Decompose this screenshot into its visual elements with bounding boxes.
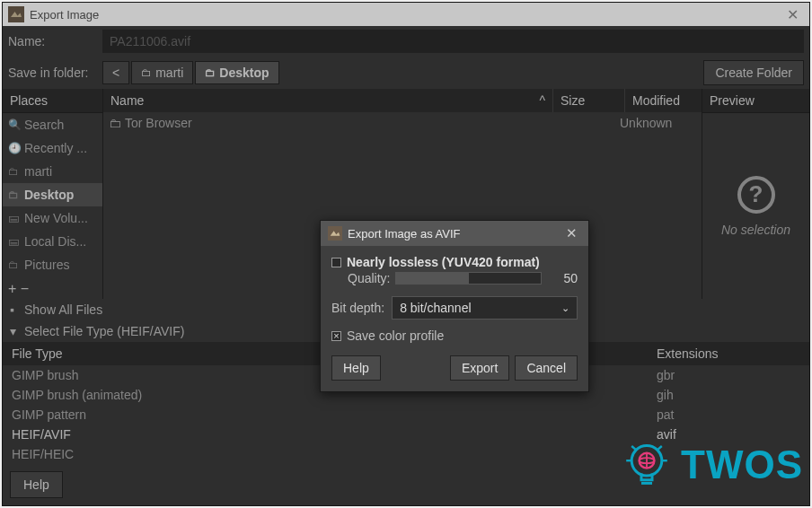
svg-line-9 [631, 446, 636, 450]
collapse-icon: ▾ [10, 324, 19, 338]
places-tools: + − [3, 279, 102, 299]
places-item-recent[interactable]: 🕘Recently ... [3, 136, 102, 160]
file-row[interactable]: 🗀Tor Browser Unknown [103, 112, 702, 134]
column-header-modified[interactable]: Modified [625, 89, 702, 112]
folder-icon: 🗀 [205, 66, 216, 79]
modal-title: Export Image as AVIF [348, 227, 460, 241]
drive-icon: 🖴 [8, 212, 21, 224]
close-icon[interactable]: ✕ [781, 6, 804, 23]
preview-message: No selection [721, 223, 790, 237]
bit-depth-dropdown[interactable]: 8 bit/channel ⌄ [392, 296, 578, 320]
path-segment-desktop[interactable]: 🗀 Desktop [195, 61, 278, 84]
chevron-down-icon: ⌄ [561, 302, 569, 314]
places-add-button[interactable]: + [8, 281, 16, 296]
places-item-newvolume[interactable]: 🖴New Volu... [3, 206, 102, 230]
file-type-row-selected[interactable]: HEIF/AVIF [3, 425, 648, 444]
places-item-marti[interactable]: 🗀marti [3, 160, 102, 183]
app-icon [8, 6, 24, 22]
folder-icon: 🗀 [8, 188, 21, 201]
search-icon: 🔍 [8, 118, 21, 131]
preview-panel: Preview ? No selection [702, 89, 809, 299]
extension-cell: pat [648, 405, 809, 425]
save-color-profile-checkbox[interactable]: Save color profile [331, 328, 578, 343]
expand-icon: ▪ [10, 302, 19, 317]
places-panel: Places 🔍Search 🕘Recently ... 🗀marti 🗀Des… [3, 89, 103, 299]
extensions-header[interactable]: Extensions [648, 342, 727, 365]
file-type-row[interactable]: GIMP pattern [3, 405, 648, 425]
file-type-header[interactable]: File Type [3, 342, 72, 365]
path-segment-marti[interactable]: 🗀 marti [131, 61, 193, 84]
path-bar: < 🗀 marti 🗀 Desktop [102, 61, 279, 84]
name-row: Name: [3, 26, 809, 57]
sort-indicator-icon: ^ [539, 93, 545, 108]
clock-icon: 🕘 [8, 142, 21, 154]
files-header: Name^ Size Modified [103, 89, 702, 112]
cancel-button[interactable]: Cancel [515, 355, 578, 381]
watermark-logo: TWOS [620, 438, 803, 492]
name-label: Name: [8, 34, 102, 48]
folder-row: Save in folder: < 🗀 marti 🗀 Desktop Crea… [3, 57, 809, 89]
file-type-row[interactable]: HEIF/HEIC [3, 444, 648, 464]
modal-body: Nearly lossless (YUV420 format) Quality:… [321, 246, 588, 391]
preview-body: ? No selection [702, 113, 809, 299]
save-in-folder-label: Save in folder: [8, 66, 102, 80]
preview-header: Preview [702, 89, 809, 113]
watermark-text: TWOS [681, 442, 803, 487]
window-title: Export Image [30, 8, 99, 22]
places-remove-button[interactable]: − [21, 281, 29, 296]
filename-input[interactable] [102, 30, 804, 53]
checkbox-checked-icon [331, 331, 341, 341]
places-header: Places [3, 89, 102, 113]
places-item-pictures[interactable]: 🗀Pictures [3, 253, 102, 276]
quality-slider[interactable] [395, 272, 542, 285]
close-icon[interactable]: ✕ [562, 225, 581, 241]
quality-value: 50 [547, 271, 578, 285]
quality-label: Quality: [348, 271, 390, 285]
path-back-button[interactable]: < [102, 61, 129, 84]
help-button[interactable]: Help [10, 471, 63, 498]
places-item-localdisk[interactable]: 🖴Local Dis... [3, 230, 102, 253]
extension-cell: gbr [648, 365, 809, 385]
folder-icon: 🗀 [141, 66, 152, 79]
lightbulb-icon [620, 438, 674, 492]
folder-icon: 🗀 [8, 258, 21, 271]
places-item-desktop[interactable]: 🗀Desktop [3, 183, 102, 206]
svg-line-10 [658, 446, 662, 450]
export-button[interactable]: Export [450, 355, 509, 381]
modal-title-bar: Export Image as AVIF ✕ [321, 221, 588, 246]
nearly-lossless-checkbox[interactable]: Nearly lossless (YUV420 format) [331, 255, 578, 269]
bit-depth-label: Bit depth: [331, 301, 384, 315]
export-avif-dialog: Export Image as AVIF ✕ Nearly lossless (… [320, 220, 589, 392]
folder-icon: 🗀 [8, 165, 21, 178]
places-list: 🔍Search 🕘Recently ... 🗀marti 🗀Desktop 🖴N… [3, 113, 102, 279]
title-bar: Export Image ✕ [3, 3, 809, 26]
bit-depth-row: Bit depth: 8 bit/channel ⌄ [331, 296, 578, 320]
quality-row: Quality: 50 [331, 271, 578, 285]
checkbox-icon [331, 258, 341, 267]
extension-cell: gih [648, 385, 809, 405]
question-icon: ? [737, 176, 775, 214]
drive-icon: 🖴 [8, 235, 21, 248]
app-icon [328, 226, 342, 241]
modal-help-button[interactable]: Help [331, 355, 381, 381]
modal-buttons: Help Export Cancel [331, 355, 578, 381]
column-header-name[interactable]: Name^ [103, 89, 553, 112]
folder-icon: 🗀 [109, 116, 121, 130]
create-folder-button[interactable]: Create Folder [703, 60, 804, 85]
column-header-size[interactable]: Size [553, 89, 625, 112]
places-item-search[interactable]: 🔍Search [3, 113, 102, 136]
